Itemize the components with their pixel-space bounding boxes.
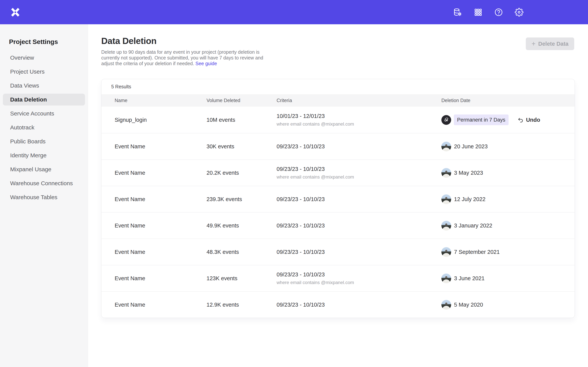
cell-name: Signup_login bbox=[115, 117, 207, 123]
sidebar-item-label: Public Boards bbox=[10, 138, 45, 145]
sidebar-item-public-boards[interactable]: Public Boards bbox=[3, 135, 85, 147]
cell-criteria: 10/01/23 - 12/01/23 where email contains… bbox=[277, 113, 441, 127]
cell-volume: 12.9K events bbox=[207, 302, 277, 308]
sidebar-item-label: Warehouse Connections bbox=[10, 180, 73, 187]
cell-deletion-date: 20 June 2023 bbox=[441, 142, 575, 151]
topbar-icons bbox=[453, 8, 524, 17]
undo-button[interactable]: Undo bbox=[517, 117, 540, 123]
sidebar-item-label: Data Deletion bbox=[10, 96, 47, 103]
column-header-name: Name bbox=[115, 98, 207, 103]
cell-volume: 10M events bbox=[207, 117, 277, 123]
table-row: Event Name 49.9K events 09/23/23 - 10/10… bbox=[102, 212, 575, 239]
apps-grid-icon[interactable] bbox=[474, 8, 483, 17]
sidebar-item-overview[interactable]: Overview bbox=[3, 52, 85, 64]
page-title: Data Deletion bbox=[101, 36, 588, 46]
cell-deletion-date: 3 June 2021 bbox=[441, 274, 575, 283]
sidebar-item-warehouse-connections[interactable]: Warehouse Connections bbox=[3, 177, 85, 189]
table-row: Event Name 20.2K events 09/23/23 - 10/10… bbox=[102, 159, 575, 186]
cell-name: Event Name bbox=[115, 196, 207, 202]
page-description-text: Delete up to 90 days data for any event … bbox=[101, 49, 263, 66]
sidebar-item-label: Autotrack bbox=[10, 124, 35, 131]
undo-label: Undo bbox=[526, 117, 540, 123]
table-body: Signup_login 10M events 10/01/23 - 12/01… bbox=[102, 107, 575, 318]
cell-deletion-date: 3 May 2023 bbox=[441, 168, 575, 178]
cell-volume: 30K events bbox=[207, 143, 277, 150]
sidebar-item-label: Data Views bbox=[10, 82, 39, 89]
see-guide-link[interactable]: See guide bbox=[195, 61, 217, 66]
cell-criteria: 09/23/23 - 10/10/23 bbox=[277, 143, 441, 150]
cell-criteria: 09/23/23 - 10/10/23 bbox=[277, 223, 441, 229]
data-settings-icon[interactable] bbox=[453, 8, 462, 17]
sidebar-item-data-views[interactable]: Data Views bbox=[3, 80, 85, 92]
cell-name: Event Name bbox=[115, 302, 207, 308]
sidebar-item-label: Overview bbox=[10, 54, 34, 61]
user-avatar bbox=[441, 142, 451, 151]
sidebar-item-data-deletion[interactable]: Data Deletion bbox=[3, 94, 85, 106]
page-description: Delete up to 90 days data for any event … bbox=[101, 49, 268, 66]
user-avatar bbox=[441, 221, 451, 231]
cell-name: Event Name bbox=[115, 249, 207, 255]
cell-deletion-date: 3 January 2022 bbox=[441, 221, 575, 231]
sidebar-item-project-users[interactable]: Project Users bbox=[3, 66, 85, 78]
cell-criteria: 09/23/23 - 10/10/23 bbox=[277, 249, 441, 255]
mixpanel-logo[interactable] bbox=[11, 8, 20, 17]
results-count: 5 Results bbox=[111, 84, 131, 90]
criteria-subtext: where email contains @mixpanel.com bbox=[277, 174, 441, 180]
cell-deletion-date: Permanent in 7 Days Undo bbox=[441, 115, 575, 125]
column-header-volume: Volume Deleted bbox=[207, 98, 277, 103]
sidebar-item-label: Service Accounts bbox=[10, 110, 54, 117]
deletion-table-card: 5 Results Name Volume Deleted Criteria D… bbox=[101, 79, 575, 318]
sidebar-item-label: Warehouse Tables bbox=[10, 194, 57, 200]
deletion-date-text: 3 January 2022 bbox=[454, 223, 492, 229]
table-row: Signup_login 10M events 10/01/23 - 12/01… bbox=[102, 107, 575, 133]
status-badge: Permanent in 7 Days bbox=[454, 115, 509, 125]
cell-criteria: 09/23/23 - 10/10/23 bbox=[277, 196, 441, 202]
main-content: Data Deletion Delete up to 90 days data … bbox=[88, 24, 588, 367]
topbar bbox=[0, 0, 588, 24]
cell-volume: 239.3K events bbox=[207, 196, 277, 202]
delete-data-button[interactable]: + Delete Data bbox=[526, 37, 574, 50]
criteria-subtext: where email contains @mixpanel.com bbox=[277, 280, 441, 285]
sidebar-item-label: Identity Merge bbox=[10, 152, 46, 159]
sidebar-item-identity-merge[interactable]: Identity Merge bbox=[3, 150, 85, 161]
user-avatar bbox=[441, 274, 451, 283]
user-avatar bbox=[441, 115, 451, 125]
cell-volume: 20.2K events bbox=[207, 170, 277, 176]
cell-volume: 123K events bbox=[207, 275, 277, 282]
cell-name: Event Name bbox=[115, 170, 207, 176]
sidebar-item-warehouse-tables[interactable]: Warehouse Tables bbox=[3, 191, 85, 203]
user-avatar bbox=[441, 168, 451, 178]
deletion-date-text: 12 July 2022 bbox=[454, 196, 485, 202]
deletion-date-text: 20 June 2023 bbox=[454, 143, 488, 150]
deletion-date-text: 3 June 2021 bbox=[454, 275, 485, 282]
sidebar-nav: Overview Project Users Data Views Data D… bbox=[0, 52, 88, 203]
sidebar-item-label: Project Users bbox=[10, 68, 45, 75]
cell-criteria: 09/23/23 - 10/10/23 where email contains… bbox=[277, 166, 441, 180]
user-avatar bbox=[441, 194, 451, 204]
column-header-deletion-date: Deletion Date bbox=[441, 98, 575, 103]
sidebar-item-autotrack[interactable]: Autotrack bbox=[3, 122, 85, 133]
cell-volume: 49.9K events bbox=[207, 223, 277, 229]
table-row: Event Name 12.9K events 09/23/23 - 10/10… bbox=[102, 291, 575, 318]
settings-icon[interactable] bbox=[515, 8, 524, 17]
plus-icon: + bbox=[532, 40, 536, 47]
criteria-subtext: where email contains @mixpanel.com bbox=[277, 121, 441, 127]
table-row: Event Name 239.3K events 09/23/23 - 10/1… bbox=[102, 186, 575, 212]
deletion-date-text: 5 May 2020 bbox=[454, 302, 483, 308]
sidebar-item-mixpanel-usage[interactable]: Mixpanel Usage bbox=[3, 163, 85, 175]
cell-deletion-date: 7 September 2021 bbox=[441, 247, 575, 257]
cell-criteria: 09/23/23 - 10/10/23 where email contains… bbox=[277, 271, 441, 285]
sidebar-item-label: Mixpanel Usage bbox=[10, 166, 51, 173]
undo-icon bbox=[517, 117, 524, 123]
table-row: Event Name 30K events 09/23/23 - 10/10/2… bbox=[102, 133, 575, 159]
deletion-date-text: 3 May 2023 bbox=[454, 170, 483, 176]
table-row: Event Name 48.3K events 09/23/23 - 10/10… bbox=[102, 239, 575, 265]
cell-deletion-date: 12 July 2022 bbox=[441, 194, 575, 204]
column-header-criteria: Criteria bbox=[277, 98, 441, 103]
cell-volume: 48.3K events bbox=[207, 249, 277, 255]
user-avatar bbox=[441, 300, 451, 310]
help-icon[interactable] bbox=[494, 8, 503, 17]
sidebar: Project Settings Overview Project Users … bbox=[0, 24, 88, 367]
user-avatar bbox=[441, 247, 451, 257]
sidebar-item-service-accounts[interactable]: Service Accounts bbox=[3, 108, 85, 119]
